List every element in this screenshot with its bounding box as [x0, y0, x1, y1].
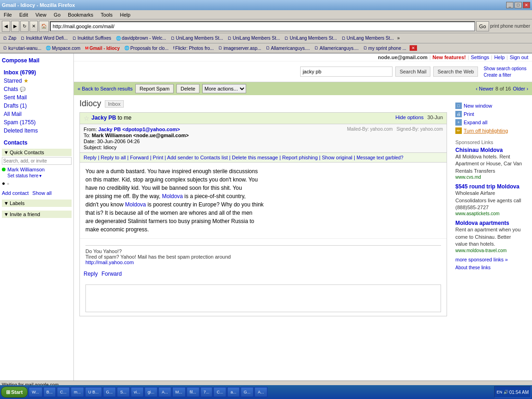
ad-title-chisinau[interactable]: Chisinau Moldova — [455, 147, 524, 153]
bookmark-inuktitut-suf[interactable]: 🗋Inuktitut Suffixes — [71, 35, 113, 41]
home-button[interactable]: 🏠 — [39, 21, 49, 32]
turn-off-highlighting-link[interactable]: ✏ Turn off highlighting — [455, 127, 524, 135]
invite-header[interactable]: ▼ Invite a friend — [2, 211, 72, 218]
nav-spam[interactable]: Spam (1755) — [2, 118, 72, 127]
quick-contacts-header[interactable]: ▼ Quick Contacts — [2, 149, 72, 156]
taskbar-btn-fil[interactable]: fil... — [187, 387, 200, 397]
menu-help[interactable]: Help — [118, 12, 133, 18]
add-contact-link[interactable]: Add contact — [2, 190, 29, 196]
refresh-button[interactable]: ↻ — [20, 21, 29, 32]
bookmark-unilang4[interactable]: 🗋UniLang Members St... — [340, 35, 395, 41]
search-web-button[interactable]: Search the Web — [433, 66, 478, 77]
taskbar-btn-gi[interactable]: gi... — [145, 387, 158, 397]
taskbar-btn-a[interactable]: A... — [158, 387, 171, 397]
ad-title-545[interactable]: $545 round trip Moldova — [455, 183, 524, 190]
yahoo-mail-link[interactable]: http://mail.yahoo.com — [85, 260, 134, 265]
moldova-link1[interactable]: Moldova — [162, 193, 183, 200]
newer-link[interactable]: ‹ Newer — [476, 86, 494, 91]
new-window-link[interactable]: □ New window — [455, 102, 524, 110]
menu-file[interactable]: File — [2, 12, 14, 18]
ad-url-545[interactable]: www.asaptickets.com — [455, 211, 524, 216]
taskbar-btn-a3[interactable]: A... — [254, 387, 267, 397]
bookmark-unilang1[interactable]: 🗋UniLang Members St... — [169, 35, 224, 41]
set-status-link[interactable]: Set status here ▾ — [7, 173, 72, 178]
forward-link-bottom[interactable]: Forward — [102, 271, 122, 277]
bookmark-unilang2[interactable]: 🗋UniLang Members St... — [226, 35, 281, 41]
contact-name[interactable]: Mark Williamson — [7, 167, 45, 172]
sender-name[interactable]: Jacky PB — [91, 115, 116, 121]
compose-mail-link[interactable]: Compose Mail — [2, 55, 72, 66]
nav-contacts[interactable]: Contacts — [2, 139, 72, 147]
address-bar[interactable] — [50, 21, 475, 31]
taskbar-btn-7[interactable]: 7... — [200, 387, 213, 397]
quick-contacts-search[interactable] — [2, 157, 72, 165]
reply-link-bottom[interactable]: Reply — [84, 271, 98, 277]
more-sponsored-link[interactable]: more sponsored links » — [455, 257, 524, 262]
bookmarks-more[interactable]: » — [397, 36, 400, 41]
show-all-link[interactable]: Show all — [32, 190, 52, 196]
go-button[interactable]: Go — [476, 21, 490, 31]
bookmark-sprint[interactable]: 🗋my sprint phone ... — [362, 45, 408, 51]
menu-view[interactable]: View — [34, 12, 48, 18]
nav-starred[interactable]: Starred ★ — [2, 77, 72, 85]
bookmark-gmail[interactable]: MGmail - Idiocy — [84, 45, 121, 51]
labels-header[interactable]: ▼ Labels — [2, 200, 72, 207]
window-controls[interactable]: _ □ ✕ — [506, 2, 530, 8]
delete-button[interactable]: Delete — [176, 84, 200, 93]
about-links[interactable]: About these links — [455, 265, 524, 270]
bookmark-ku[interactable]: 🗋ku=utari-wanu... — [2, 45, 42, 51]
help-link[interactable]: Help — [494, 54, 505, 60]
nav-sent[interactable]: Sent Mail — [2, 93, 72, 102]
taskbar-btn-s[interactable]: S... — [117, 387, 130, 397]
taskbar-btn-vi[interactable]: vi... — [131, 387, 144, 397]
delete-message-link[interactable]: Delete this message — [232, 155, 278, 160]
taskbar-btn-g2[interactable]: G... — [241, 387, 254, 397]
bookmark-davidpbrown[interactable]: 🌐davidpbrown - Welc... — [115, 35, 168, 41]
taskbar-btn-m[interactable]: m... — [71, 387, 84, 397]
report-spam-button[interactable]: Report Spam — [135, 84, 174, 93]
create-filter-link[interactable]: Create a filter — [484, 73, 511, 78]
older-link[interactable]: Older › — [513, 86, 528, 91]
menu-tools[interactable]: Tools — [99, 12, 115, 18]
show-search-options-link[interactable]: Show search options — [484, 66, 526, 71]
reply-box[interactable] — [85, 284, 441, 312]
taskbar-btn-g[interactable]: G... — [103, 387, 116, 397]
bookmark-imageserver[interactable]: 🗋imageserver.asp... — [217, 45, 263, 51]
menu-edit[interactable]: Edit — [18, 12, 30, 18]
more-actions-select[interactable]: More actions... — [202, 84, 246, 93]
menu-bookmarks[interactable]: Bookmarks — [66, 12, 95, 18]
nav-deleted[interactable]: Deleted Items — [2, 127, 72, 135]
bookmark-allamerican1[interactable]: 🗋Allamericanguys.... — [265, 45, 311, 51]
bookmark-allamerican2[interactable]: 🗋Allamericanguys.... — [313, 45, 360, 51]
nav-inbox[interactable]: Inbox (6799) — [2, 68, 72, 77]
garbled-text-link[interactable]: Message text garbled? — [357, 155, 403, 160]
back-to-search-link[interactable]: « Back to Search results — [78, 86, 133, 91]
stop-button[interactable]: ✕ — [30, 21, 38, 32]
ad-url-apartments[interactable]: www.moldova-travel.com — [455, 248, 524, 253]
sign-out-link[interactable]: Sign out — [510, 54, 528, 60]
taskbar-btn-w[interactable]: W... — [29, 387, 42, 397]
add-sender-link[interactable]: Add sender to Contacts list — [167, 155, 228, 160]
taskbar-btn-c2[interactable]: C... — [213, 387, 226, 397]
reply-link-header[interactable]: Reply — [84, 155, 97, 160]
taskbar-btn-a2[interactable]: a... — [227, 387, 240, 397]
inbox-badge[interactable]: Inbox — [105, 100, 124, 108]
hide-options-link[interactable]: Hide options — [395, 115, 423, 120]
print-link[interactable]: Print — [153, 155, 163, 160]
show-original-link[interactable]: Show original — [322, 155, 352, 160]
maximize-button[interactable]: □ — [514, 2, 522, 8]
reply-all-link[interactable]: Reply to all — [101, 155, 126, 160]
nav-all-mail[interactable]: All Mail — [2, 110, 72, 118]
new-features-link[interactable]: New features! — [433, 54, 466, 60]
bookmark-proposals[interactable]: 🌐Proposals for clo... — [123, 45, 170, 51]
expand-all-link[interactable]: + Expand all — [455, 118, 524, 127]
search-input[interactable] — [300, 66, 393, 77]
minimize-button[interactable]: _ — [506, 2, 514, 8]
menu-go[interactable]: Go — [52, 12, 62, 18]
search-mail-button[interactable]: Search Mail — [395, 66, 430, 77]
bookmark-myspace[interactable]: 🌐Myspace.com — [44, 45, 82, 51]
report-phishing-link[interactable]: Report phishing — [282, 155, 318, 160]
nav-drafts[interactable]: Drafts (1) — [2, 102, 72, 110]
close-button[interactable]: ✕ — [523, 2, 530, 8]
bookmark-unilang3[interactable]: 🗋UniLang Members St... — [283, 35, 338, 41]
